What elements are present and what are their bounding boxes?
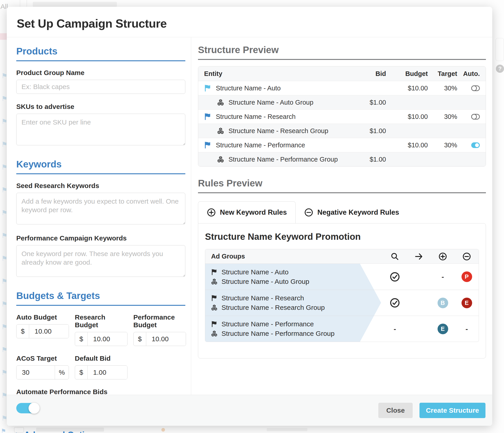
product-group-name-input[interactable] xyxy=(16,80,185,94)
flag-icon xyxy=(211,295,217,301)
campaign-name: Structure Name - Performance xyxy=(222,320,314,328)
search-icon[interactable] xyxy=(391,252,399,261)
ad-groups-rows: Structure Name - Auto Structure Name - A… xyxy=(205,264,479,342)
flag-icon xyxy=(1,232,8,240)
bid-value: $1.00 xyxy=(354,99,386,106)
plus-circle-icon[interactable] xyxy=(439,252,447,261)
auto-budget-input[interactable] xyxy=(29,325,69,338)
flag-icon xyxy=(1,254,8,262)
background-search-bar xyxy=(33,2,117,7)
rules-panel: Structure Name Keyword Promotion Ad Grou… xyxy=(198,223,486,358)
entity-name: Structure Name - Research xyxy=(216,113,296,120)
flag-icon xyxy=(1,300,8,308)
flag-icon xyxy=(1,117,8,126)
skus-textarea[interactable] xyxy=(16,114,185,145)
ad-group-name: Structure Name - Research Group xyxy=(222,304,325,311)
check-circle-icon xyxy=(390,272,400,282)
ad-groups-column-header: Ad Groups xyxy=(211,253,383,260)
acos-target-field: ACoS Target % xyxy=(16,355,69,379)
status-badge-bid: B xyxy=(438,298,448,308)
performance-budget-field: Performance Budget $ xyxy=(133,314,186,346)
flag-icon xyxy=(1,323,8,331)
flag-icon xyxy=(1,391,8,399)
help-icon[interactable]: ? xyxy=(496,65,504,73)
research-budget-input[interactable] xyxy=(88,332,127,346)
column-header-entity: Entity xyxy=(204,70,354,78)
ad-groups-table-header: Ad Groups xyxy=(205,249,479,264)
ad-groups-table: Ad Groups Structure Name - Au xyxy=(205,249,479,342)
ad-group-row-research[interactable]: Structure Name - Research Structure Name… xyxy=(205,290,479,316)
ad-group-row-auto[interactable]: Structure Name - Auto Structure Name - A… xyxy=(205,264,479,290)
ad-group-name: Structure Name - Performance Group xyxy=(222,330,334,337)
seed-keywords-textarea[interactable] xyxy=(16,193,185,225)
skus-label: SKUs to advertise xyxy=(16,103,185,110)
performance-keywords-label: Performance Campaign Keywords xyxy=(16,234,185,242)
acos-target-input[interactable] xyxy=(17,366,55,379)
advanced-options-section: Advanced Options xyxy=(16,430,185,433)
flag-icon: ⚑ xyxy=(1,428,6,433)
campaign-name: Structure Name - Auto xyxy=(222,268,289,276)
empty-value-dash: - xyxy=(442,272,444,281)
default-bid-field: Default Bid $ xyxy=(75,355,127,379)
tab-negative-keyword-rules[interactable]: Negative Keyword Rules xyxy=(296,201,408,223)
performance-keywords-textarea[interactable] xyxy=(16,245,185,277)
tab-label: New Keyword Rules xyxy=(220,208,287,216)
default-bid-input[interactable] xyxy=(88,366,127,379)
currency-prefix: $ xyxy=(75,366,88,379)
plus-circle-icon xyxy=(207,208,216,217)
modal-body: Products Product Group Name SKUs to adve… xyxy=(7,37,492,395)
arrow-right-icon[interactable] xyxy=(414,252,423,261)
background-text-bar xyxy=(267,428,307,431)
performance-budget-label: Performance Budget xyxy=(133,314,186,329)
performance-budget-input[interactable] xyxy=(146,332,186,346)
flag-icon xyxy=(204,84,211,92)
auto-toggle-off[interactable] xyxy=(471,114,480,119)
research-budget-field: Research Budget $ xyxy=(75,314,127,346)
ad-group-cubes-icon xyxy=(217,99,224,106)
table-row-adgroup-auto: Structure Name - Auto Group $1.00 xyxy=(198,95,486,109)
status-badge-paused: P xyxy=(461,271,472,282)
auto-toggle-on[interactable] xyxy=(471,142,480,148)
column-header-bid: Bid xyxy=(354,70,386,78)
close-button[interactable]: Close xyxy=(378,403,413,418)
currency-prefix: $ xyxy=(17,325,29,338)
flag-icon xyxy=(1,346,8,354)
create-structure-button[interactable]: Create Structure xyxy=(419,403,486,418)
setup-campaign-structure-modal: Set Up Campaign Structure Products Produ… xyxy=(7,7,492,426)
research-budget-label: Research Budget xyxy=(75,314,127,329)
modal-header: Set Up Campaign Structure xyxy=(7,7,492,37)
currency-prefix: $ xyxy=(134,332,146,346)
flag-icon xyxy=(1,209,8,217)
status-badge-enabled-teal: E xyxy=(438,324,448,334)
toggle-knob xyxy=(28,403,40,414)
flag-icon xyxy=(1,414,8,422)
table-row-campaign-performance: Structure Name - Performance $10.00 30% xyxy=(198,138,486,152)
advanced-options-label: Advanced Options xyxy=(24,430,100,433)
ad-group-row-performance[interactable]: Structure Name - Performance Structure N… xyxy=(205,316,479,342)
flag-icon xyxy=(1,369,8,377)
target-value: 30% xyxy=(428,84,457,92)
background-divider xyxy=(20,0,20,7)
flag-icon xyxy=(1,140,8,148)
ad-group-cubes-icon xyxy=(211,304,217,311)
seed-keywords-label: Seed Research Keywords xyxy=(16,182,185,189)
entity-name: Structure Name - Research Group xyxy=(228,127,328,135)
background-divider xyxy=(27,0,27,7)
minus-circle-icon[interactable] xyxy=(462,252,471,261)
currency-prefix: $ xyxy=(75,332,88,346)
budget-inputs-row: Auto Budget $ Research Budget $ Performa… xyxy=(16,314,185,346)
column-header-target: Target xyxy=(428,70,457,78)
target-inputs-row: ACoS Target % Default Bid $ xyxy=(16,355,185,379)
ad-group-cubes-icon xyxy=(211,279,217,285)
auto-toggle-off[interactable] xyxy=(471,85,480,91)
ad-group-cubes-icon xyxy=(211,330,217,337)
background-flag-column xyxy=(1,72,8,422)
budget-value: $10.00 xyxy=(386,142,428,149)
structure-preview-heading: Structure Preview xyxy=(198,45,486,60)
keyword-promotion-heading: Structure Name Keyword Promotion xyxy=(205,232,479,242)
column-header-budget: Budget xyxy=(386,70,428,78)
tab-new-keyword-rules[interactable]: New Keyword Rules xyxy=(198,201,296,223)
advanced-options-toggle[interactable]: Advanced Options xyxy=(16,430,100,433)
automate-bids-toggle[interactable] xyxy=(16,403,38,413)
modal-footer: Close Create Structure xyxy=(7,395,492,426)
